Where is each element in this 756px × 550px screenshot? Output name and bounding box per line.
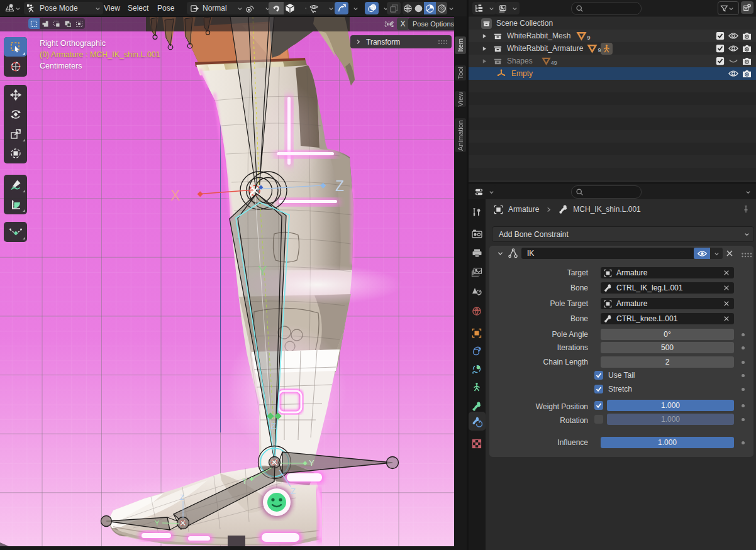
- svg-text:Z: Z: [335, 178, 344, 194]
- svg-text:X: X: [170, 187, 180, 204]
- svg-text:Y: Y: [242, 477, 247, 486]
- svg-text:Z: Z: [291, 487, 296, 496]
- svg-text:Z: Z: [271, 421, 276, 431]
- svg-text:Y: Y: [155, 519, 160, 527]
- svg-text:Y: Y: [258, 263, 267, 278]
- svg-text:Y: Y: [309, 458, 314, 468]
- svg-text:Z: Z: [180, 493, 184, 501]
